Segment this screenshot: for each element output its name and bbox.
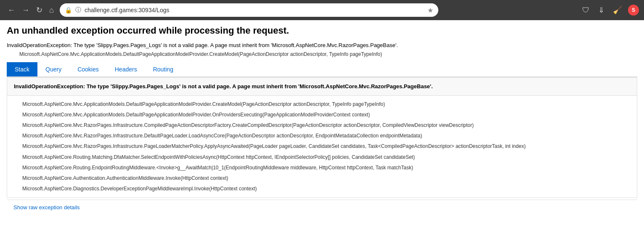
stack-frame: Microsoft.AspNetCore.Routing.Matching.Df… (7, 152, 637, 163)
stack-frame: Microsoft.AspNetCore.Mvc.ApplicationMode… (7, 99, 637, 110)
show-raw-link[interactable]: Show raw exception details (7, 200, 637, 215)
back-button[interactable]: ← (5, 4, 18, 16)
shield-button[interactable]: 🛡 (580, 4, 592, 16)
stack-frame: Microsoft.AspNetCore.Mvc.RazorPages.Infr… (7, 120, 637, 131)
tabs-container: Stack Query Cookies Headers Routing (7, 62, 637, 77)
profile-avatar[interactable]: S (628, 5, 639, 16)
stack-section: InvalidOperationException: The type 'Sli… (7, 77, 637, 198)
tab-stack[interactable]: Stack (7, 62, 37, 76)
stack-frame: Microsoft.AspNetCore.Mvc.RazorPages.Infr… (7, 131, 637, 141)
stack-frame: Microsoft.AspNetCore.Mvc.ApplicationMode… (7, 110, 637, 120)
tab-query[interactable]: Query (37, 62, 69, 76)
security-icon: 🔒 (65, 7, 72, 13)
tab-routing[interactable]: Routing (145, 62, 181, 76)
stack-frame: Microsoft.AspNetCore.Authentication.Auth… (7, 173, 637, 184)
reload-button[interactable]: ↻ (34, 4, 45, 16)
browser-chrome: ← → ↻ ⌂ 🔒 ⓘ challenge.ctf.games:30934/Lo… (0, 0, 644, 20)
exception-line: InvalidOperationException: The type 'Sli… (7, 41, 637, 50)
address-bar[interactable]: 🔒 ⓘ challenge.ctf.games:30934/Logs ★ (60, 3, 438, 17)
extensions-button[interactable]: 🧹 (610, 4, 625, 16)
exception-detail: Microsoft.AspNetCore.Mvc.ApplicationMode… (19, 51, 637, 57)
url-text: challenge.ctf.games:30934/Logs (85, 7, 424, 13)
home-button[interactable]: ⌂ (47, 4, 56, 16)
bookmark-icon[interactable]: ★ (427, 6, 433, 14)
tab-headers[interactable]: Headers (107, 62, 145, 76)
info-icon: ⓘ (75, 6, 81, 14)
stack-frame: Microsoft.AspNetCore.Diagnostics.Develop… (7, 184, 637, 194)
stack-frame: Microsoft.AspNetCore.Routing.EndpointRou… (7, 163, 637, 173)
stack-exception-header: InvalidOperationException: The type 'Sli… (7, 78, 637, 96)
download-button[interactable]: ⇓ (596, 4, 607, 16)
tab-cookies[interactable]: Cookies (69, 62, 107, 76)
main-error-heading: An unhandled exception occurred while pr… (7, 25, 637, 36)
nav-buttons: ← → ↻ ⌂ (5, 4, 56, 16)
stack-frames: Microsoft.AspNetCore.Mvc.ApplicationMode… (7, 96, 637, 198)
forward-button[interactable]: → (19, 4, 32, 16)
browser-action-buttons: 🛡 ⇓ 🧹 S (580, 4, 639, 16)
page-content: An unhandled exception occurred while pr… (0, 20, 644, 220)
stack-frame: Microsoft.AspNetCore.Mvc.RazorPages.Infr… (7, 141, 637, 152)
